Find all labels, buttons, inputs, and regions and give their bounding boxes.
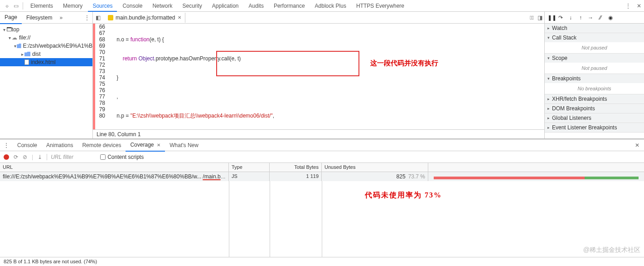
- section-callstack[interactable]: ▾Call Stack: [545, 33, 644, 42]
- close-tab-icon[interactable]: ✕: [178, 15, 181, 20]
- col-type[interactable]: Type: [229, 163, 270, 172]
- tab-memory[interactable]: Memory: [58, 0, 87, 12]
- tab-sources[interactable]: Sources: [88, 0, 117, 12]
- scope-body: Not paused: [545, 63, 644, 74]
- close-coverage-icon[interactable]: ✕: [155, 143, 160, 148]
- navigator-more-icon[interactable]: ⋮: [82, 13, 92, 23]
- tab-application[interactable]: Application: [208, 0, 243, 12]
- url-filter-input[interactable]: URL filter: [47, 154, 92, 160]
- tree-folder-dist[interactable]: ▸dist: [0, 50, 92, 58]
- tree-top[interactable]: ▾🗖 top: [0, 25, 92, 34]
- drawer: ⋮ Console Animations Remote devices Cove…: [0, 139, 644, 257]
- tab-adblock[interactable]: Adblock Plus: [310, 0, 351, 12]
- tab-https-everywhere[interactable]: HTTPS Everywhere: [352, 0, 409, 12]
- section-watch[interactable]: ▸Watch: [545, 24, 644, 33]
- section-breakpoints[interactable]: ▾Breakpoints: [545, 74, 644, 83]
- drawer-tab-coverage[interactable]: Coverage ✕: [126, 139, 165, 152]
- section-dom-bp[interactable]: ▸DOM Breakpoints: [545, 104, 644, 113]
- tab-audits[interactable]: Audits: [244, 0, 268, 12]
- step-out-icon[interactable]: ↑: [577, 15, 584, 21]
- code-tabs: ◧ main.bundle.js:formatted ✕ ▶⃞ ◨: [93, 12, 544, 24]
- run-icon[interactable]: ▶⃞: [530, 15, 534, 21]
- drawer-tab-animations[interactable]: Animations: [42, 139, 77, 151]
- tab-security[interactable]: Security: [178, 0, 206, 12]
- col-total[interactable]: Total Bytes: [270, 163, 322, 172]
- cloud-icon: ☁: [12, 34, 17, 41]
- step-icon[interactable]: →: [587, 15, 594, 21]
- navigator-tabs: Page Filesystem » ⋮: [0, 12, 92, 24]
- watermark: @稀土掘金技术社区: [583, 246, 640, 254]
- record-icon[interactable]: [4, 154, 9, 160]
- code-pane: ◧ main.bundle.js:formatted ✕ ▶⃞ ◨ 666768…: [93, 12, 544, 138]
- source-text[interactable]: n.o = function(e, t) { return Object.pro…: [108, 24, 544, 129]
- drawer-tab-console[interactable]: Console: [13, 139, 42, 151]
- section-event-listener-bp[interactable]: ▸Event Listener Breakpoints: [545, 123, 644, 132]
- coverage-toolbar: ⟳ ⊘ | ⤓ URL filter Content scripts: [0, 151, 644, 163]
- reload-icon[interactable]: ⟳: [14, 154, 18, 160]
- editor-status: Line 80, Column 1: [93, 129, 544, 138]
- more-icon[interactable]: ⋮: [624, 2, 632, 10]
- drawer-tab-remote[interactable]: Remote devices: [77, 139, 126, 151]
- section-xhr-bp[interactable]: ▸XHR/fetch Breakpoints: [545, 94, 644, 103]
- drawer-more-icon[interactable]: ⋮: [0, 142, 13, 148]
- debug-pane: ❚❚ ↷ ↓ ↑ → ⁄⁄ ◉ ▸Watch ▾Call StackNot pa…: [544, 12, 644, 138]
- inspect-icon[interactable]: ⟐: [3, 2, 11, 10]
- file-icon: [24, 59, 29, 65]
- step-over-icon[interactable]: ↷: [557, 15, 564, 21]
- tree-dist-label: dist: [32, 51, 41, 57]
- content-scripts-checkbox[interactable]: Content scripts: [100, 154, 144, 160]
- tab-page[interactable]: Page: [0, 11, 22, 24]
- tree-top-label: top: [12, 26, 19, 33]
- tree-folder-webpack[interactable]: ▾E:/zsh/webpack%E9%A1%B: [0, 42, 92, 50]
- coverage-row[interactable]: file:///E:/zsh/webpack%E9%A1%B9%E7%9B%AE…: [0, 172, 644, 181]
- devtools-top-tabs: ⟐ ▭ Elements Memory Sources Console Netw…: [0, 0, 644, 12]
- sidebar-toggle-icon[interactable]: ◨: [537, 15, 542, 21]
- pause-icon[interactable]: ❚❚: [547, 15, 554, 21]
- folder-icon: [24, 52, 30, 56]
- section-scope[interactable]: ▾Scope: [545, 54, 644, 63]
- tree-index-label: index.html: [31, 59, 56, 65]
- drawer-close-icon[interactable]: ✕: [630, 142, 644, 148]
- close-icon[interactable]: ✕: [635, 2, 643, 10]
- file-tree: ▾🗖 top ▾☁file:// ▾E:/zsh/webpack%E9%A1%B…: [0, 24, 92, 68]
- row-unused: 82573.7 %: [322, 172, 428, 181]
- navigator-pane: Page Filesystem » ⋮ ▾🗖 top ▾☁file:// ▾E:…: [0, 12, 93, 138]
- watch-toggle-icon[interactable]: ◧: [96, 15, 101, 21]
- tree-folder1-label: E:/zsh/webpack%E9%A1%B: [23, 43, 92, 49]
- deactivate-bp-icon[interactable]: ⁄⁄: [597, 15, 604, 21]
- callstack-body: Not paused: [545, 42, 644, 53]
- annotation-text-2: 代码未使用率为 73%: [365, 191, 442, 200]
- file-tab-label: main.bundle.js:formatted: [116, 15, 175, 21]
- line-gutter: 666768697071727374757677787980: [95, 24, 108, 129]
- tab-filesystem[interactable]: Filesystem: [22, 12, 57, 24]
- separator: [23, 2, 23, 10]
- drawer-tab-whatsnew[interactable]: What's New: [165, 139, 203, 151]
- debug-toolbar: ❚❚ ↷ ↓ ↑ → ⁄⁄ ◉: [545, 12, 644, 24]
- breakpoints-body: No breakpoints: [545, 83, 644, 94]
- code-body[interactable]: 666768697071727374757677787980 n.o = fun…: [93, 24, 544, 129]
- tab-elements[interactable]: Elements: [26, 0, 58, 12]
- pause-exceptions-icon[interactable]: ◉: [607, 15, 614, 21]
- device-toggle-icon[interactable]: ▭: [12, 2, 20, 10]
- clear-icon[interactable]: ⊘: [23, 154, 27, 160]
- tab-console[interactable]: Console: [118, 0, 147, 12]
- bottom-status: 825 B of 1.1 KB bytes are not used. (74%…: [0, 257, 644, 266]
- tab-performance[interactable]: Performance: [269, 0, 310, 12]
- annotation-text-1: 这一段代码并没有执行: [370, 59, 438, 68]
- tree-file-origin[interactable]: ▾☁file://: [0, 34, 92, 42]
- col-url[interactable]: URL: [0, 163, 229, 172]
- main-row: Page Filesystem » ⋮ ▾🗖 top ▾☁file:// ▾E:…: [0, 12, 644, 139]
- more-tabs-icon[interactable]: »: [57, 13, 65, 23]
- step-into-icon[interactable]: ↓: [567, 15, 574, 21]
- row-type: JS: [229, 172, 270, 181]
- row-url: file:///E:/zsh/webpack%E9%A1%B9%E7%9B%AE…: [0, 172, 229, 181]
- export-icon[interactable]: ⤓: [38, 154, 42, 160]
- coverage-header: URL Type Total Bytes Unused Bytes: [0, 163, 644, 172]
- section-global-listeners[interactable]: ▸Global Listeners: [545, 113, 644, 123]
- tree-file-index[interactable]: index.html: [0, 58, 92, 66]
- row-bar: [428, 172, 644, 181]
- row-total: 1 119: [270, 172, 322, 181]
- col-unused[interactable]: Unused Bytes: [322, 163, 428, 172]
- file-tab-main-bundle[interactable]: main.bundle.js:formatted ✕: [104, 13, 185, 23]
- tab-network[interactable]: Network: [148, 0, 177, 12]
